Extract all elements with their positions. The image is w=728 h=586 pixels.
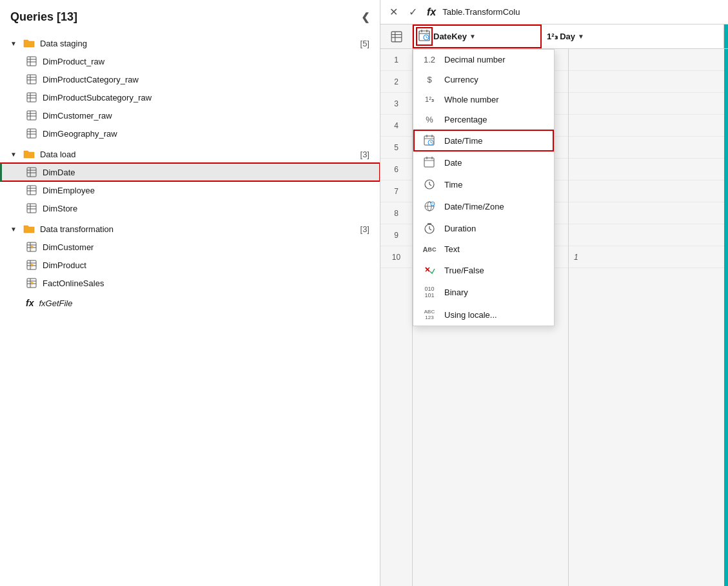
folder-label-load: Data load <box>40 150 355 159</box>
datetimezone-icon <box>422 200 437 212</box>
data-cell-2-3 <box>569 93 724 115</box>
query-dimgeography-raw[interactable]: DimGeography_raw <box>0 124 380 142</box>
svg-rect-24 <box>27 186 36 195</box>
query-dimdate[interactable]: DimDate <box>0 163 380 181</box>
dropdown-label: Currency <box>444 75 478 84</box>
table-icon <box>26 92 37 103</box>
collapse-button[interactable]: ❮ <box>361 11 369 23</box>
dropdown-label: Time <box>444 180 462 190</box>
teal-accent-bar-right <box>724 49 728 586</box>
query-dimproduct-raw[interactable]: DimProduct_raw <box>0 52 380 70</box>
row-numbers-column: 1 2 3 4 5 6 7 8 9 10 <box>380 49 413 586</box>
dropdown-item-binary[interactable]: 010101 Binary <box>413 281 554 304</box>
query-dimstore[interactable]: DimStore <box>0 199 380 217</box>
dropdown-item-datetime[interactable]: Date/Time <box>413 130 554 151</box>
query-dimproductsubcategory-raw[interactable]: DimProductSubcategory_raw <box>0 88 380 106</box>
queries-title: Queries [13] <box>10 10 77 24</box>
table-icon <box>26 110 37 121</box>
dropdown-item-time[interactable]: Time <box>413 173 554 195</box>
triangle-icon: ▼ <box>10 40 17 47</box>
query-dimproductcategory-raw[interactable]: DimProductCategory_raw <box>0 70 380 88</box>
whole-number-icon: 1²₃ <box>422 95 437 104</box>
row-num-4: 4 <box>380 115 412 137</box>
table-icon <box>26 55 37 67</box>
fx-icon: fx <box>26 298 34 308</box>
day-col-dropdown[interactable]: ▼ <box>578 33 584 40</box>
svg-rect-0 <box>27 57 36 66</box>
formula-check-button[interactable]: ✓ <box>405 5 420 20</box>
row-num-3: 3 <box>380 93 412 115</box>
column-header-row: DateKey ▼ 1.2 Decimal number $ Currency … <box>380 24 728 49</box>
table-icon <box>26 184 37 196</box>
query-dimcustomer-raw[interactable]: DimCustomer_raw <box>0 106 380 124</box>
data-cell-2-9 <box>569 224 724 246</box>
folder-icon <box>23 37 35 49</box>
data-cell-2-7 <box>569 181 724 202</box>
query-dimproduct[interactable]: DimProduct <box>0 256 380 274</box>
folder-data-staging[interactable]: ▼ Data staging [5] <box>0 34 380 52</box>
dropdown-label: True/False <box>444 266 484 275</box>
duration-icon <box>422 222 437 234</box>
dropdown-item-locale[interactable]: ABC123 Using locale... <box>413 304 554 326</box>
dropdown-item-date[interactable]: Date <box>413 151 554 173</box>
dropdown-item-truefalse[interactable]: True/False <box>413 259 554 281</box>
data-cell-2-2 <box>569 71 724 93</box>
calendar-icon <box>418 30 430 41</box>
dropdown-item-text[interactable]: ABC Text <box>413 239 554 259</box>
main-content: ✕ ✓ fx <box>380 0 728 586</box>
data-cell-2-4 <box>569 115 724 137</box>
dropdown-label: Date/Time/Zone <box>444 202 504 211</box>
svg-rect-16 <box>27 129 36 138</box>
folder-icon <box>23 223 35 235</box>
formula-close-button[interactable]: ✕ <box>386 5 401 20</box>
folder-data-load[interactable]: ▼ Data load [3] <box>0 145 380 163</box>
dropdown-label: Using locale... <box>444 310 497 320</box>
row-num-6: 6 <box>380 159 412 181</box>
svg-marker-36 <box>31 243 34 251</box>
folder-data-transformation[interactable]: ▼ Data transformation [3] <box>0 220 380 238</box>
query-label: DimGeography_raw <box>43 129 117 139</box>
dropdown-item-datetimezone[interactable]: Date/Time/Zone <box>413 195 554 217</box>
dropdown-label: Percentage <box>444 115 487 124</box>
folder-count-load: [3] <box>360 150 369 159</box>
query-dimemployee[interactable]: DimEmployee <box>0 181 380 199</box>
query-label: DimStore <box>43 204 77 213</box>
row-num-5: 5 <box>380 137 412 159</box>
dropdown-label: Whole number <box>444 95 499 104</box>
folder-icon <box>23 148 35 160</box>
query-label: DimProduct <box>43 260 86 270</box>
query-factonlinesales[interactable]: FactOnlineSales <box>0 274 380 292</box>
dropdown-item-decimal[interactable]: 1.2 Decimal number <box>413 50 554 70</box>
data-transformation-group: ▼ Data transformation [3] DimCustomer Di… <box>0 220 380 292</box>
triangle-icon: ▼ <box>10 226 17 233</box>
datetime-icon <box>422 135 437 146</box>
dropdown-item-currency[interactable]: $ Currency <box>413 70 554 90</box>
svg-rect-28 <box>27 204 36 213</box>
day-column-header[interactable]: 1²₃ Day ▼ <box>542 24 724 48</box>
percentage-icon: % <box>422 115 437 124</box>
data-cell-2-5 <box>569 137 724 159</box>
query-label: DimEmployee <box>43 186 95 195</box>
dropdown-item-duration[interactable]: Duration <box>413 217 554 239</box>
formula-input[interactable] <box>442 7 723 17</box>
currency-icon: $ <box>422 75 437 84</box>
fx-getfile-item[interactable]: fx fxGetFile <box>0 295 380 311</box>
dropdown-label: Date <box>444 158 462 168</box>
datekey-dropdown-button[interactable]: ▼ <box>469 33 476 40</box>
dropdown-label: Duration <box>444 224 476 233</box>
svg-rect-4 <box>27 75 36 84</box>
decimal-icon: 1.2 <box>422 55 437 64</box>
query-label: FactOnlineSales <box>43 278 104 288</box>
dropdown-label: Binary <box>444 288 468 297</box>
queries-panel: Queries [13] ❮ ▼ Data staging [5] DimPro… <box>0 0 380 586</box>
datekey-column-header[interactable]: DateKey ▼ 1.2 Decimal number $ Currency … <box>413 24 542 48</box>
row-num-9: 9 <box>380 224 412 246</box>
query-dimcustomer[interactable]: DimCustomer <box>0 238 380 256</box>
day-col-type: 1²₃ Day <box>547 32 575 41</box>
dropdown-item-whole[interactable]: 1²₃ Whole number <box>413 90 554 110</box>
dropdown-item-percentage[interactable]: % Percentage <box>413 110 554 130</box>
truefalse-icon <box>422 264 437 276</box>
queries-header: Queries [13] ❮ <box>0 10 380 34</box>
row-number-header <box>380 24 413 48</box>
folder-count-transform: [3] <box>360 224 369 234</box>
